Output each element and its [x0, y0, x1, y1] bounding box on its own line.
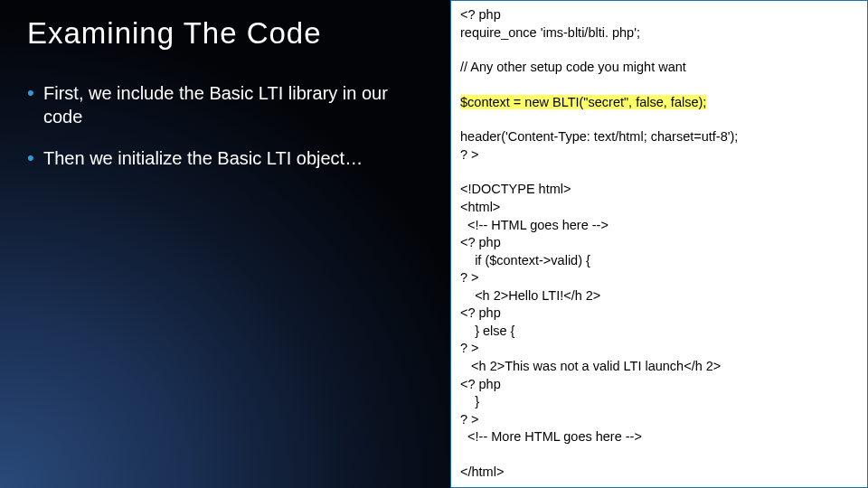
code-line: ? >	[460, 340, 858, 358]
bullet-item: Then we initialize the Basic LTI object…	[27, 146, 430, 170]
code-line: if ($context->valid) {	[460, 252, 858, 270]
code-blank-line	[460, 77, 858, 94]
code-line: require_once 'ims-blti/blti. php';	[460, 24, 858, 42]
slide-title: Examining The Code	[27, 16, 430, 51]
code-line: <h 2>Hello LTI!</h 2>	[460, 287, 858, 305]
code-blank-line	[460, 42, 858, 59]
left-panel: Examining The Code First, we include the…	[0, 0, 450, 488]
code-line: <h 2>This was not a valid LTI launch</h …	[460, 358, 858, 376]
code-blank-line	[460, 164, 858, 181]
code-line: <? php	[460, 376, 858, 394]
bullet-list: First, we include the Basic LTI library …	[27, 81, 430, 170]
code-line: // Any other setup code you might want	[460, 59, 858, 77]
bullet-item: First, we include the Basic LTI library …	[27, 81, 430, 128]
code-line: }	[460, 393, 858, 411]
code-line: ? >	[460, 146, 858, 164]
code-line: <? php	[460, 234, 858, 252]
code-line: } else {	[460, 323, 858, 341]
code-line: ? >	[460, 411, 858, 429]
code-line: <!DOCTYPE html>	[460, 181, 858, 199]
code-line: <!-- More HTML goes here -->	[460, 428, 858, 446]
code-line: <!-- HTML goes here -->	[460, 217, 858, 235]
code-line: <html>	[460, 199, 858, 217]
code-line-highlighted: $context = new BLTI("secret", false, fal…	[460, 94, 858, 112]
code-line: </html>	[460, 464, 858, 482]
code-line: header('Content-Type: text/html; charset…	[460, 128, 858, 146]
code-line: <? php	[460, 305, 858, 323]
code-line: <? php	[460, 6, 858, 24]
code-blank-line	[460, 111, 858, 128]
code-line: ? >	[460, 269, 858, 287]
code-blank-line	[460, 446, 858, 464]
code-panel: <? phprequire_once 'ims-blti/blti. php';…	[450, 0, 868, 488]
